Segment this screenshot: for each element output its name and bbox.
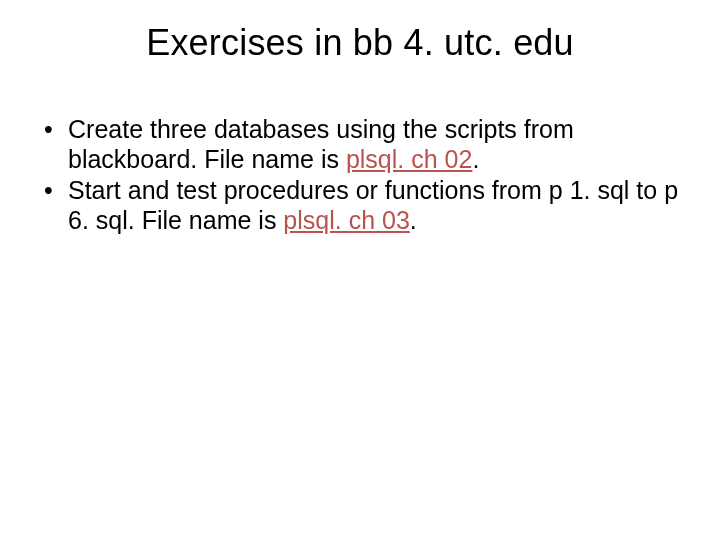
slide-content: Create three databases using the scripts… (36, 115, 684, 237)
bullet-underline: plsql. ch 03 (283, 206, 409, 234)
slide-title: Exercises in bb 4. utc. edu (0, 22, 720, 64)
bullet-underline: plsql. ch 02 (346, 145, 472, 173)
slide: Exercises in bb 4. utc. edu Create three… (0, 0, 720, 540)
bullet-text-post: . (410, 206, 417, 234)
bullet-list: Create three databases using the scripts… (36, 115, 684, 235)
bullet-text-pre: Create three databases using the scripts… (68, 115, 574, 173)
list-item: Start and test procedures or functions f… (36, 176, 684, 235)
list-item: Create three databases using the scripts… (36, 115, 684, 174)
bullet-text-post: . (472, 145, 479, 173)
